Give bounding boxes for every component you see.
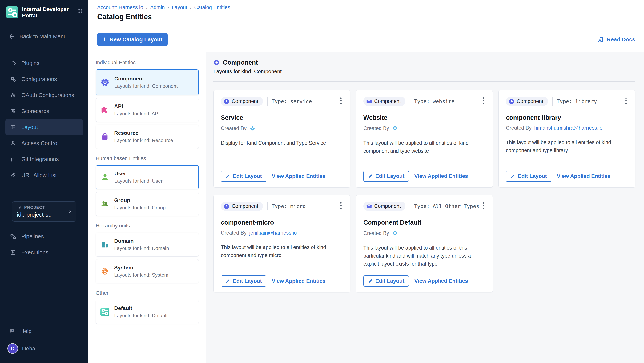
harness-logo-icon [249, 125, 256, 132]
created-by-row: Created By himanshu.mishra@harness.io [506, 125, 628, 131]
user-icon [100, 173, 109, 182]
svg-text:?: ? [11, 329, 13, 332]
view-applied-entities-link[interactable]: View Applied Entities [272, 278, 326, 284]
type-label: Type: service [267, 97, 312, 106]
plus-icon: + [102, 35, 106, 43]
api-puzzle-icon [100, 106, 109, 114]
app-grid-icon[interactable] [77, 8, 83, 14]
layout-description: Display for Kind Component and Type Serv… [221, 139, 343, 147]
sidebar-item-pipelines[interactable]: Pipelines [5, 228, 83, 244]
layout-title: Website [363, 114, 485, 121]
kind-badge: Component [221, 97, 263, 106]
layout-title: component-library [506, 114, 628, 121]
project-menu: Pipelines Executions [0, 228, 88, 260]
read-docs-link[interactable]: Read Docs [598, 36, 635, 43]
sidebar-item-layout[interactable]: Layout [5, 119, 83, 135]
component-chip-icon [366, 99, 372, 104]
project-label: PROJECT [24, 205, 45, 210]
sidebar-item-configurations[interactable]: Configurations [5, 71, 83, 87]
sidebar-divider [6, 268, 83, 268]
card-menu-button[interactable] [339, 202, 343, 210]
sidebar-item-oauth-configurations[interactable]: OAuth Configurations [5, 87, 83, 103]
app-root: Internal Developer Portal Back to Main M… [0, 0, 644, 363]
sidebar-divider [6, 47, 83, 48]
entity-kind-panel: Individual Entities Component Layouts fo… [88, 52, 206, 363]
sidebar-item-access-control[interactable]: Access Control [5, 135, 83, 151]
layout-description: This layout will be applied to all entit… [221, 243, 343, 259]
sidebar-item-executions[interactable]: Executions [5, 244, 83, 260]
new-catalog-layout-button[interactable]: + New Catalog Layout [97, 33, 168, 46]
creator-email-link[interactable]: himanshu.mishra@harness.io [534, 125, 602, 131]
layouts-main: Component Layouts for kind: Component Co… [206, 52, 644, 363]
view-applied-entities-link[interactable]: View Applied Entities [414, 173, 468, 179]
section-label: Hierarchy units [96, 223, 199, 229]
type-label: Type: library [552, 97, 597, 106]
view-applied-entities-link[interactable]: View Applied Entities [414, 278, 468, 284]
edit-layout-button[interactable]: Edit Layout [506, 171, 552, 182]
sidebar-item-git-integrations[interactable]: Git Integrations [5, 151, 83, 167]
breadcrumb-account[interactable]: Account: Harness.io [97, 5, 143, 11]
pencil-icon [510, 174, 516, 179]
entity-kind-group[interactable]: Group Layouts for kind: Group [96, 192, 199, 216]
sidebar-item-help[interactable]: ? Help [9, 328, 88, 334]
edit-layout-button[interactable]: Edit Layout [221, 171, 266, 182]
layers-icon [17, 205, 22, 210]
edit-layout-button[interactable]: Edit Layout [221, 275, 266, 286]
user-menu[interactable]: D Deba [8, 344, 88, 353]
sidebar-footer: ? Help D Deba [0, 316, 88, 353]
entity-kind-api[interactable]: API Layouts for kind: API [96, 98, 199, 122]
docs-icon [598, 36, 604, 43]
help-icon: ? [9, 328, 16, 334]
pencil-icon [226, 174, 230, 179]
breadcrumb-separator: › [146, 5, 148, 11]
card-menu-button[interactable] [482, 202, 485, 210]
sidebar-item-scorecards[interactable]: Scorecards [5, 103, 83, 119]
card-menu-button[interactable] [339, 97, 343, 105]
kind-badge: Component [221, 202, 263, 211]
view-applied-entities-link[interactable]: View Applied Entities [557, 173, 610, 179]
plugins-icon [10, 60, 16, 66]
layout-card-component-library: Component Type: library component-librar… [498, 90, 635, 188]
harness-logo-icon [392, 125, 398, 132]
layout-description: This layout will be applied to all entit… [506, 139, 628, 155]
kind-header: Component [214, 59, 635, 66]
pipelines-icon [10, 233, 16, 240]
brand-title: Internal Developer Portal [22, 6, 73, 19]
created-by-row: Created By [363, 230, 485, 236]
entity-kind-component[interactable]: Component Layouts for kind: Component [96, 69, 199, 95]
card-menu-button[interactable] [624, 97, 628, 105]
edit-layout-button[interactable]: Edit Layout [363, 171, 409, 182]
breadcrumb-layout[interactable]: Layout [172, 5, 187, 11]
body-row: Individual Entities Component Layouts fo… [88, 52, 644, 363]
system-gear-icon [100, 267, 109, 276]
project-selector[interactable]: PROJECT idp-project-sc [12, 201, 76, 222]
admin-menu: Plugins Configurations OAuth Configurati… [0, 55, 88, 183]
layout-description: This layout will be applied to all entit… [363, 244, 485, 268]
kind-subtitle: Layouts for kind: Component [214, 69, 635, 75]
entity-kind-resource[interactable]: Resource Layouts for kind: Resource [96, 125, 199, 149]
creator-email-link[interactable]: jenil.jain@harness.io [249, 230, 297, 236]
entity-kind-default[interactable]: Default Layouts for kind: Default [96, 300, 199, 324]
configurations-icon [10, 76, 16, 82]
project-name: idp-project-sc [17, 211, 72, 218]
sidebar-item-plugins[interactable]: Plugins [5, 55, 83, 71]
view-applied-entities-link[interactable]: View Applied Entities [272, 173, 326, 179]
pencil-icon [368, 174, 373, 179]
breadcrumb-catalog-entities[interactable]: Catalog Entities [194, 5, 230, 11]
layout-card-service: Component Type: service Service Created … [214, 90, 350, 188]
edit-layout-button[interactable]: Edit Layout [363, 275, 409, 286]
brand-divider [6, 24, 82, 25]
sidebar-item-url-allow-list[interactable]: URL Allow List [5, 167, 83, 183]
entity-kind-user[interactable]: User Layouts for kind: User [96, 165, 199, 189]
layout-icon [10, 124, 16, 130]
brand: Internal Developer Portal [0, 0, 88, 24]
breadcrumb-admin[interactable]: Admin [150, 5, 165, 11]
pencil-icon [368, 278, 373, 283]
back-to-main-menu[interactable]: Back to Main Menu [9, 33, 82, 40]
entity-kind-system[interactable]: System Layouts for kind: System [96, 259, 199, 283]
created-by-row: Created By [221, 125, 343, 132]
git-branch-icon [10, 156, 16, 162]
entity-kind-domain[interactable]: Domain Layouts for kind: Domain [96, 233, 199, 257]
breadcrumb-separator: › [168, 5, 169, 11]
card-menu-button[interactable] [482, 97, 485, 105]
